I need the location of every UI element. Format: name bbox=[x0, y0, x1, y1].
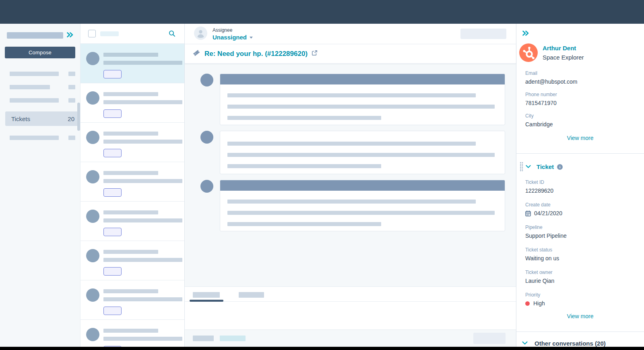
conversation-item-selected[interactable] bbox=[80, 44, 184, 83]
reply-editor bbox=[185, 286, 516, 329]
tabs-divider bbox=[185, 301, 516, 302]
tag-pill bbox=[103, 267, 122, 276]
assignee-dropdown[interactable]: Unassigned bbox=[213, 34, 253, 41]
text-placeholder bbox=[227, 222, 381, 226]
field-value: adent@hubspot.com bbox=[525, 78, 644, 85]
field-value: 122289620 bbox=[525, 187, 644, 194]
reply-tab[interactable] bbox=[193, 292, 220, 298]
drag-handle-icon[interactable] bbox=[520, 162, 524, 171]
nav-count-placeholder bbox=[68, 98, 75, 103]
compose-button[interactable]: Compose bbox=[5, 47, 75, 58]
sidebar-nav-item[interactable] bbox=[0, 98, 80, 103]
chevron-down-icon bbox=[522, 340, 528, 347]
field-label: City bbox=[525, 113, 644, 119]
nav-count-placeholder bbox=[68, 72, 75, 76]
field-value: 7815471970 bbox=[525, 100, 644, 106]
send-button-placeholder[interactable] bbox=[473, 333, 506, 344]
conversation-item[interactable] bbox=[80, 320, 184, 347]
left-sidebar: Compose Tickets 20 bbox=[0, 24, 80, 347]
avatar bbox=[86, 328, 99, 341]
ticket-icon bbox=[193, 49, 200, 58]
other-conversations-toggle[interactable]: Other conversations (20) bbox=[522, 340, 644, 347]
sidebar-nav-item[interactable] bbox=[0, 85, 80, 89]
nav-label-placeholder bbox=[10, 72, 59, 76]
avatar bbox=[86, 210, 99, 223]
field-value: 04/21/2020 bbox=[525, 210, 644, 216]
subject-link[interactable]: Re: Need your hp. (#122289620) bbox=[204, 50, 308, 58]
contact-name-link[interactable]: Arthur Dent bbox=[543, 45, 584, 51]
footer-placeholder[interactable] bbox=[193, 336, 214, 341]
message-card[interactable] bbox=[220, 180, 505, 231]
avatar bbox=[86, 131, 99, 144]
conversation-item[interactable] bbox=[80, 162, 184, 202]
search-icon[interactable] bbox=[169, 30, 175, 37]
contact-view-more-link[interactable]: View more bbox=[516, 135, 644, 141]
info-icon[interactable]: i bbox=[557, 164, 563, 170]
contact-card: Arthur Dent Space Explorer bbox=[519, 43, 644, 64]
preview-placeholder bbox=[103, 258, 182, 262]
preview-placeholder bbox=[103, 140, 182, 144]
ticket-section-title[interactable]: Ticket bbox=[537, 163, 554, 170]
message-header-placeholder bbox=[220, 180, 505, 191]
header-action-placeholder[interactable] bbox=[460, 29, 506, 39]
sidebar-nav-item[interactable] bbox=[0, 72, 80, 76]
footer-placeholder[interactable] bbox=[220, 336, 246, 341]
tag-pill bbox=[103, 109, 122, 118]
text-placeholder bbox=[227, 116, 381, 120]
external-link-icon[interactable] bbox=[312, 50, 318, 58]
sidebar-collapse-icon[interactable] bbox=[522, 31, 529, 36]
sidebar-item-tickets[interactable]: Tickets 20 bbox=[5, 111, 80, 126]
conversation-item[interactable] bbox=[80, 123, 184, 162]
nav-label-placeholder bbox=[10, 85, 50, 89]
sort-placeholder[interactable] bbox=[100, 31, 119, 36]
avatar bbox=[86, 170, 99, 183]
text-placeholder bbox=[227, 93, 476, 97]
preview-placeholder bbox=[103, 179, 182, 183]
editor-footer bbox=[185, 329, 516, 347]
tag-pill bbox=[103, 188, 122, 197]
tag-pill bbox=[103, 70, 122, 78]
conversation-list bbox=[80, 24, 184, 347]
message bbox=[200, 74, 505, 125]
name-placeholder bbox=[103, 92, 158, 96]
priority-value: High bbox=[533, 300, 545, 307]
nav-count-placeholder bbox=[68, 85, 75, 89]
chevron-down-icon[interactable] bbox=[526, 165, 531, 169]
message-card[interactable] bbox=[220, 131, 505, 174]
conversation-item[interactable] bbox=[80, 280, 184, 320]
nav-count-placeholder bbox=[68, 136, 75, 140]
sidebar-scrollbar[interactable] bbox=[77, 103, 80, 131]
name-placeholder bbox=[103, 210, 158, 214]
sidebar-title-placeholder bbox=[7, 32, 63, 39]
ticket-view-more-link[interactable]: View more bbox=[516, 313, 644, 319]
conversation-item[interactable] bbox=[80, 83, 184, 123]
field-label: Phone number bbox=[525, 92, 644, 97]
name-placeholder bbox=[103, 329, 158, 333]
preview-placeholder bbox=[103, 100, 182, 104]
comment-tab[interactable] bbox=[239, 292, 264, 298]
person-icon bbox=[194, 27, 207, 41]
text-placeholder bbox=[227, 105, 495, 109]
text-placeholder bbox=[227, 153, 495, 157]
sidebar-nav-item[interactable] bbox=[0, 136, 80, 140]
tag-pill bbox=[103, 346, 122, 347]
select-all-checkbox[interactable] bbox=[88, 30, 96, 37]
field-label: Pipeline bbox=[525, 224, 644, 230]
ticket-section-header: Ticket i bbox=[520, 162, 644, 171]
nav-label-placeholder bbox=[10, 98, 59, 103]
sidebar-collapse-icon[interactable] bbox=[66, 32, 73, 39]
avatar bbox=[86, 249, 99, 262]
tickets-label: Tickets bbox=[11, 115, 30, 122]
name-placeholder bbox=[103, 53, 158, 57]
conversation-item[interactable] bbox=[80, 202, 184, 241]
message-card[interactable] bbox=[220, 74, 505, 125]
conversation-item[interactable] bbox=[80, 241, 184, 280]
text-placeholder bbox=[227, 200, 476, 204]
field-value: High bbox=[525, 300, 644, 307]
nav-label-placeholder bbox=[10, 136, 59, 140]
avatar bbox=[86, 52, 99, 65]
top-navigation-bar bbox=[0, 0, 644, 24]
field-label: Create date bbox=[525, 202, 644, 208]
subject-bar: Re: Need your hp. (#122289620) bbox=[185, 44, 516, 64]
section-divider bbox=[516, 153, 644, 154]
